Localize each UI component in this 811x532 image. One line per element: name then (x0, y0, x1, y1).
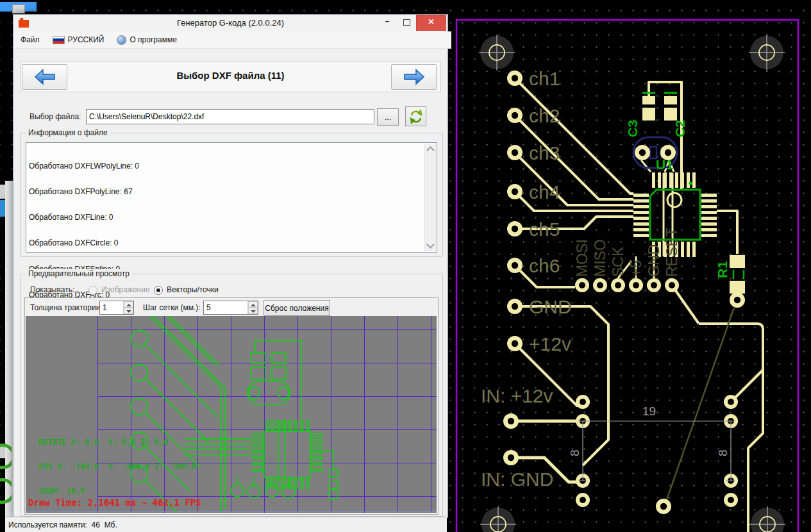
recycle-icon-fragment (0, 441, 12, 518)
pcb-label-ch1: ch1 (529, 68, 560, 89)
grid-step-label: Шаг сетки (мм.): (143, 303, 201, 312)
reset-position-button[interactable]: Сброс положения (263, 300, 330, 316)
via-pad (730, 292, 745, 308)
scroll-down-icon[interactable] (426, 240, 435, 249)
refresh-button[interactable] (405, 106, 426, 126)
file-select-label: Выбор файла: (29, 112, 81, 121)
maximize-button[interactable] (397, 15, 415, 29)
radio-image[interactable] (88, 286, 97, 295)
ref-c2: C2 (673, 120, 687, 137)
r1-silk (733, 270, 744, 279)
thickness-arrows[interactable] (123, 301, 133, 314)
pad-ch6 (507, 258, 523, 273)
pin-label-miso: MISO (592, 239, 608, 277)
scroll-up-icon[interactable] (426, 146, 435, 154)
pad-ch1 (507, 71, 523, 86)
app-window: Генератор G-кода (2.0.0.24) – ✕ Файл РУС… (13, 14, 448, 518)
title-bar[interactable]: Генератор G-кода (2.0.0.24) – ✕ (13, 15, 447, 31)
pcb-label-ch4: ch4 (529, 181, 560, 203)
menu-language-label: РУССКИЙ (68, 35, 105, 44)
close-button[interactable]: ✕ (416, 15, 446, 31)
spin-down-icon[interactable] (124, 308, 133, 314)
pin-label-5v: +5 (628, 260, 644, 277)
grid-step-stepper[interactable]: 5 (203, 301, 258, 315)
file-info-list[interactable]: Обработано DXFLWPolyLine: 0 Обработано D… (26, 142, 437, 253)
info-line: Обработано DXFCircle: 0 (29, 239, 139, 247)
thickness-value: 1 (100, 301, 123, 314)
scrollbar-fragment (12, 4, 25, 13)
window-fragment-white (0, 185, 5, 199)
preview-canvas[interactable]: ROTATE X: 0,0 Y: 0,0 Z: 0,0 POS X: -149,… (26, 316, 437, 513)
canvas-baseline (26, 511, 437, 511)
right-arrow-icon (403, 69, 425, 85)
overlay-rotate: ROTATE X: 0,0 Y: 0,0 Z: 0,0 (38, 438, 168, 447)
maximize-icon (403, 19, 410, 26)
pcb-label-ch3: ch3 (529, 142, 560, 163)
pcb-label-in-12v: IN: +12v (481, 385, 553, 406)
pad-ch4 (507, 184, 523, 199)
pad-miso (593, 278, 607, 292)
russian-flag-icon (53, 36, 65, 44)
pad (724, 493, 738, 507)
pad-gnd (507, 299, 523, 314)
pad (656, 499, 671, 514)
memory-status: Используется памяти: 46 Мб. (8, 520, 117, 529)
thickness-stepper[interactable]: 1 (99, 301, 134, 315)
mount-hole (749, 35, 785, 71)
pcb-label-ch2: ch2 (529, 105, 560, 126)
radio-image-label: Изображение (101, 285, 150, 294)
about-icon (117, 35, 126, 45)
preview-vectors (26, 316, 437, 513)
file-info-group: Информация о файле Обработано DXFLWPolyL… (20, 133, 443, 257)
pin-label-mosi: MOSI (574, 239, 590, 277)
menu-about[interactable]: О программе (117, 35, 176, 45)
cap-pads (642, 96, 677, 121)
file-info-legend: Информация о файле (26, 128, 110, 137)
silk-dot (689, 182, 692, 185)
menu-language[interactable]: РУССКИЙ (53, 35, 105, 44)
pad-12v (507, 336, 523, 351)
pad-mosi (575, 278, 589, 292)
radio-vectors[interactable] (154, 286, 163, 295)
menu-about-label: О программе (130, 35, 176, 44)
menu-bar: Файл РУССКИЙ О программе (14, 31, 451, 49)
pin-label-sck: SCK (610, 246, 626, 277)
ref-c3: C3 (625, 120, 640, 137)
dimension-lines (578, 421, 735, 481)
info-line: Обработано DXFPolyLine: 67 (29, 188, 139, 196)
window-fragment-cyan (0, 200, 5, 217)
preview-panel: Толщина трактории: 1 Шаг сетки (мм.): 5 … (24, 297, 439, 515)
menu-file-label: Файл (21, 35, 40, 44)
ic-pin1-mark (667, 193, 681, 207)
mount-hole (480, 506, 516, 532)
file-path-input[interactable] (86, 109, 374, 124)
pad-in-12v (503, 413, 519, 429)
thickness-label: Толщина трактории: (30, 303, 103, 312)
refresh-icon (409, 110, 423, 124)
pcb-label-in-gnd: IN: GND (481, 469, 553, 490)
crystal-pad (635, 145, 650, 160)
pcb-label-ch5: ch5 (529, 219, 560, 240)
grid-step-arrows[interactable] (247, 301, 258, 314)
spin-up-icon[interactable] (248, 301, 258, 308)
menu-file[interactable]: Файл (21, 35, 40, 44)
info-line: Обработано DXFLWPolyLine: 0 (29, 162, 139, 170)
spin-up-icon[interactable] (124, 301, 133, 308)
pin-label-gnd: GND (646, 244, 662, 277)
browse-button[interactable]: ... (377, 108, 399, 126)
pad-ch3 (507, 145, 523, 160)
ref-u1: U1 (656, 157, 673, 172)
pcb-label-ch6: ch6 (529, 255, 560, 276)
r1-pads (730, 255, 745, 294)
dim-height-label: 8 (716, 449, 730, 456)
radio-vectors-label: Векторы/точки (167, 285, 219, 294)
spin-down-icon[interactable] (248, 308, 258, 314)
pcb-layout[interactable]: 19 8 8 ch1 ch2 ch3 ch4 ch5 ch6 GND +12v … (447, 0, 811, 532)
info-scrollbar[interactable] (424, 144, 436, 251)
forward-button[interactable] (391, 64, 437, 90)
bottom-layer-trace (665, 308, 734, 503)
dim-height-label: 8 (568, 449, 581, 456)
minimize-button[interactable]: – (378, 15, 396, 29)
grid-step-value: 5 (204, 301, 247, 314)
pad-reset (665, 278, 679, 292)
